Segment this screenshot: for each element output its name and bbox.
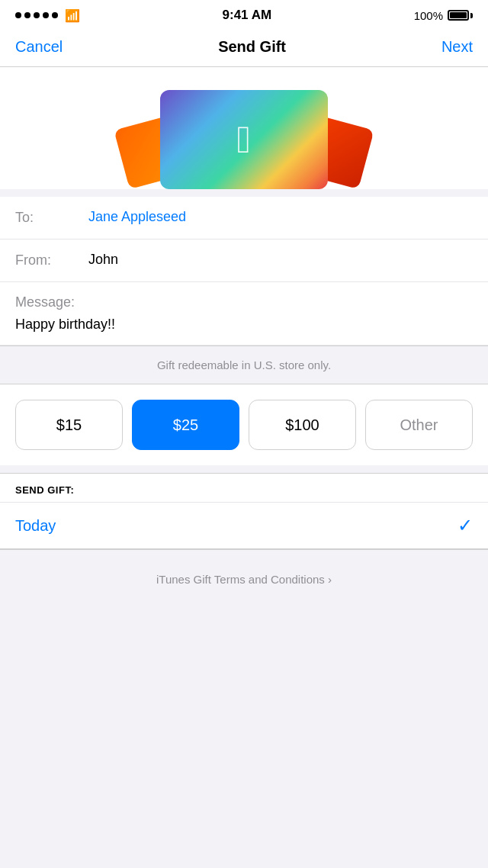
signal-dot-3 [34, 12, 40, 18]
amount-other-button[interactable]: Other [365, 400, 473, 450]
send-gift-value: Today [15, 517, 56, 535]
form-section: To: Jane Appleseed From: John Message: H… [0, 197, 488, 346]
signal-dot-4 [43, 12, 49, 18]
gift-card-stack:  [145, 90, 343, 189]
next-button[interactable]: Next [441, 38, 473, 56]
battery-icon [448, 10, 473, 21]
status-bar: 📶 9:41 AM 100% [0, 0, 488, 31]
gift-card-main:  [160, 90, 328, 189]
from-label: From: [15, 252, 84, 268]
store-notice: Gift redeemable in U.S. store only. [0, 346, 488, 384]
battery-percent: 100% [414, 9, 443, 22]
checkmark-icon: ✓ [458, 515, 473, 536]
wifi-icon: 📶 [65, 8, 80, 23]
page-title: Send Gift [218, 38, 286, 56]
to-label: To: [15, 209, 84, 226]
to-row: To: Jane Appleseed [0, 197, 488, 240]
to-value[interactable]: Jane Appleseed [88, 209, 186, 225]
status-time: 9:41 AM [223, 8, 272, 23]
send-gift-header: SEND GIFT: [0, 474, 488, 503]
apple-logo-icon:  [237, 121, 251, 159]
from-row: From: John [0, 240, 488, 282]
message-value[interactable]: Happy birthday!! [15, 317, 473, 333]
signal-dot-5 [52, 12, 58, 18]
amount-15-button[interactable]: $15 [15, 400, 123, 450]
amount-section: $15 $25 $100 Other [0, 384, 488, 465]
signal-dot-2 [24, 12, 30, 18]
terms-section[interactable]: iTunes Gift Terms and Conditions › [0, 549, 488, 609]
message-label: Message: [15, 294, 473, 310]
from-value[interactable]: John [88, 252, 118, 268]
status-left: 📶 [15, 8, 80, 23]
cancel-button[interactable]: Cancel [15, 38, 63, 56]
amount-25-button[interactable]: $25 [132, 400, 239, 450]
send-gift-row[interactable]: Today ✓ [0, 503, 488, 548]
terms-link[interactable]: iTunes Gift Terms and Conditions › [156, 573, 332, 586]
signal-dots [15, 12, 58, 18]
status-right: 100% [414, 9, 473, 22]
gift-card-area:  [0, 67, 488, 189]
nav-bar: Cancel Send Gift Next [0, 31, 488, 67]
send-gift-section: SEND GIFT: Today ✓ [0, 473, 488, 549]
signal-dot-1 [15, 12, 21, 18]
amount-100-button[interactable]: $100 [249, 400, 356, 450]
message-row: Message: Happy birthday!! [0, 282, 488, 346]
